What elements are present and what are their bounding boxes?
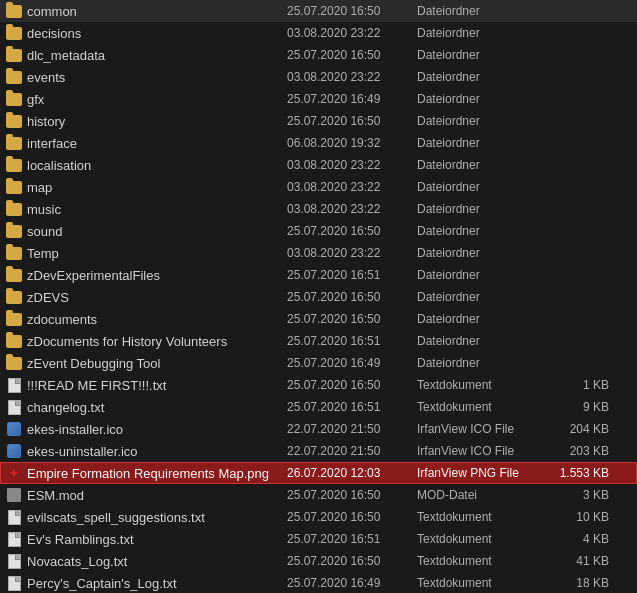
png-star-icon: ✦ xyxy=(8,466,20,480)
file-type-label: Dateiordner xyxy=(417,158,547,172)
file-type-label: Dateiordner xyxy=(417,70,547,84)
table-row[interactable]: zDEVS25.07.2020 16:50Dateiordner xyxy=(0,286,637,308)
table-row[interactable]: ekes-installer.ico22.07.2020 21:50IrfanV… xyxy=(0,418,637,440)
file-name-label: evilscats_spell_suggestions.txt xyxy=(27,510,287,525)
table-row[interactable]: Temp03.08.2020 23:22Dateiordner xyxy=(0,242,637,264)
file-type-label: Textdokument xyxy=(417,576,547,590)
file-type-label: Textdokument xyxy=(417,532,547,546)
file-name-label: ekes-installer.ico xyxy=(27,422,287,437)
file-date-label: 03.08.2020 23:22 xyxy=(287,246,417,260)
file-name-label: Novacats_Log.txt xyxy=(27,554,287,569)
png-icon: ✦ xyxy=(5,465,23,481)
file-name-label: dlc_metadata xyxy=(27,48,287,63)
table-row[interactable]: Percy's_Captain's_Log.txt25.07.2020 16:4… xyxy=(0,572,637,593)
table-row[interactable]: dlc_metadata25.07.2020 16:50Dateiordner xyxy=(0,44,637,66)
file-name-label: Ev's Ramblings.txt xyxy=(27,532,287,547)
txt-icon xyxy=(5,399,23,415)
table-row[interactable]: map03.08.2020 23:22Dateiordner xyxy=(0,176,637,198)
file-date-label: 25.07.2020 16:51 xyxy=(287,400,417,414)
txt-icon xyxy=(5,377,23,393)
file-name-label: decisions xyxy=(27,26,287,41)
file-type-label: Textdokument xyxy=(417,400,547,414)
file-name-label: ESM.mod xyxy=(27,488,287,503)
txt-icon xyxy=(5,509,23,525)
table-row[interactable]: music03.08.2020 23:22Dateiordner xyxy=(0,198,637,220)
file-name-label: zEvent Debugging Tool xyxy=(27,356,287,371)
folder-icon xyxy=(5,69,23,85)
file-date-label: 25.07.2020 16:49 xyxy=(287,576,417,590)
file-name-label: common xyxy=(27,4,287,19)
txt-icon xyxy=(5,531,23,547)
folder-icon xyxy=(5,289,23,305)
table-row[interactable]: ✦Empire Formation Requirements Map.png26… xyxy=(0,462,637,484)
file-name-label: localisation xyxy=(27,158,287,173)
file-date-label: 25.07.2020 16:50 xyxy=(287,554,417,568)
table-row[interactable]: ekes-uninstaller.ico22.07.2020 21:50Irfa… xyxy=(0,440,637,462)
file-name-label: zDevExperimentalFiles xyxy=(27,268,287,283)
file-size-label: 3 KB xyxy=(547,488,617,502)
file-date-label: 25.07.2020 16:50 xyxy=(287,488,417,502)
file-type-label: IrfanView ICO File xyxy=(417,444,547,458)
file-type-label: Dateiordner xyxy=(417,290,547,304)
file-name-label: ekes-uninstaller.ico xyxy=(27,444,287,459)
file-date-label: 22.07.2020 21:50 xyxy=(287,422,417,436)
table-row[interactable]: !!!READ ME FIRST!!!.txt25.07.2020 16:50T… xyxy=(0,374,637,396)
file-name-label: Temp xyxy=(27,246,287,261)
file-type-label: Dateiordner xyxy=(417,202,547,216)
table-row[interactable]: history25.07.2020 16:50Dateiordner xyxy=(0,110,637,132)
table-row[interactable]: zDocuments for History Volunteers25.07.2… xyxy=(0,330,637,352)
file-date-label: 25.07.2020 16:50 xyxy=(287,510,417,524)
table-row[interactable]: gfx25.07.2020 16:49Dateiordner xyxy=(0,88,637,110)
file-name-label: zDEVS xyxy=(27,290,287,305)
file-name-label: history xyxy=(27,114,287,129)
table-row[interactable]: sound25.07.2020 16:50Dateiordner xyxy=(0,220,637,242)
file-date-label: 03.08.2020 23:22 xyxy=(287,180,417,194)
table-row[interactable]: ESM.mod25.07.2020 16:50MOD-Datei3 KB xyxy=(0,484,637,506)
table-row[interactable]: decisions03.08.2020 23:22Dateiordner xyxy=(0,22,637,44)
table-row[interactable]: changelog.txt25.07.2020 16:51Textdokumen… xyxy=(0,396,637,418)
file-type-label: Textdokument xyxy=(417,554,547,568)
file-size-label: 1 KB xyxy=(547,378,617,392)
file-type-label: Textdokument xyxy=(417,510,547,524)
mod-icon xyxy=(5,487,23,503)
folder-icon xyxy=(5,113,23,129)
file-type-label: Dateiordner xyxy=(417,246,547,260)
file-name-label: gfx xyxy=(27,92,287,107)
ico-icon xyxy=(5,421,23,437)
file-name-label: Empire Formation Requirements Map.png xyxy=(27,466,287,481)
folder-icon xyxy=(5,179,23,195)
file-date-label: 25.07.2020 16:49 xyxy=(287,92,417,106)
folder-icon xyxy=(5,311,23,327)
table-row[interactable]: evilscats_spell_suggestions.txt25.07.202… xyxy=(0,506,637,528)
folder-icon xyxy=(5,333,23,349)
file-type-label: Dateiordner xyxy=(417,4,547,18)
table-row[interactable]: zdocuments25.07.2020 16:50Dateiordner xyxy=(0,308,637,330)
file-date-label: 25.07.2020 16:51 xyxy=(287,268,417,282)
file-size-label: 18 KB xyxy=(547,576,617,590)
table-row[interactable]: zDevExperimentalFiles25.07.2020 16:51Dat… xyxy=(0,264,637,286)
table-row[interactable]: events03.08.2020 23:22Dateiordner xyxy=(0,66,637,88)
file-date-label: 03.08.2020 23:22 xyxy=(287,70,417,84)
file-date-label: 03.08.2020 23:22 xyxy=(287,26,417,40)
table-row[interactable]: common25.07.2020 16:50Dateiordner xyxy=(0,0,637,22)
file-date-label: 25.07.2020 16:50 xyxy=(287,312,417,326)
folder-icon xyxy=(5,157,23,173)
file-type-label: Dateiordner xyxy=(417,268,547,282)
file-name-label: map xyxy=(27,180,287,195)
file-type-label: IrfanView ICO File xyxy=(417,422,547,436)
file-date-label: 06.08.2020 19:32 xyxy=(287,136,417,150)
folder-icon xyxy=(5,47,23,63)
table-row[interactable]: Ev's Ramblings.txt25.07.2020 16:51Textdo… xyxy=(0,528,637,550)
file-type-label: Textdokument xyxy=(417,378,547,392)
table-row[interactable]: Novacats_Log.txt25.07.2020 16:50Textdoku… xyxy=(0,550,637,572)
file-date-label: 26.07.2020 12:03 xyxy=(287,466,417,480)
table-row[interactable]: localisation03.08.2020 23:22Dateiordner xyxy=(0,154,637,176)
file-name-label: !!!READ ME FIRST!!!.txt xyxy=(27,378,287,393)
file-type-label: Dateiordner xyxy=(417,180,547,194)
table-row[interactable]: zEvent Debugging Tool25.07.2020 16:49Dat… xyxy=(0,352,637,374)
file-size-label: 4 KB xyxy=(547,532,617,546)
file-date-label: 25.07.2020 16:51 xyxy=(287,334,417,348)
file-type-label: Dateiordner xyxy=(417,92,547,106)
file-date-label: 25.07.2020 16:49 xyxy=(287,356,417,370)
table-row[interactable]: interface06.08.2020 19:32Dateiordner xyxy=(0,132,637,154)
